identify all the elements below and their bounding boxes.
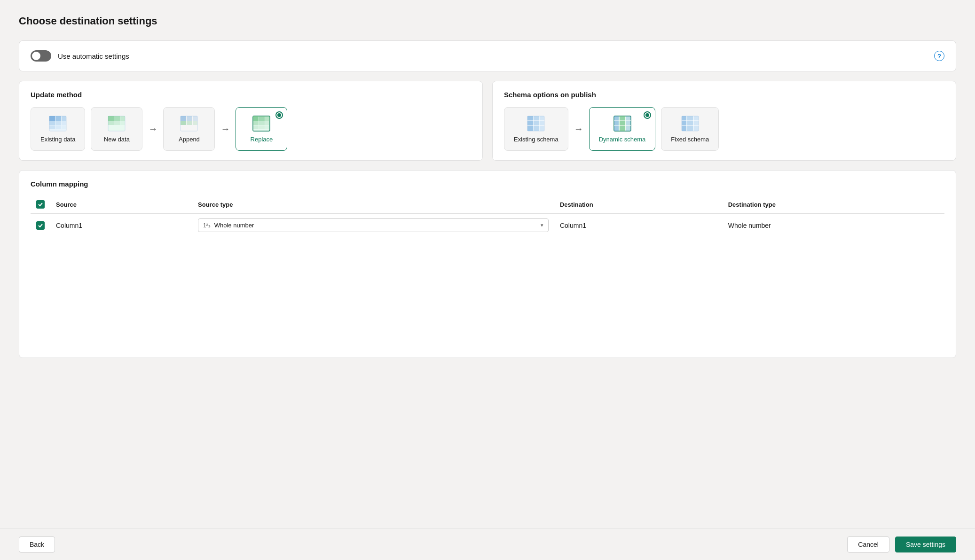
update-method-options: Existing data New data → (31, 107, 471, 151)
svg-rect-20 (193, 116, 197, 121)
schema-existing[interactable]: Existing schema (504, 107, 568, 151)
svg-rect-16 (120, 121, 125, 125)
dynamic-schema-radio (644, 111, 651, 119)
source-header: Source (50, 196, 192, 214)
source-type-cell: 1²₃ Whole number ▾ (192, 214, 554, 237)
method-new-data[interactable]: New data (91, 107, 142, 151)
destination-header: Destination (554, 196, 723, 214)
column-mapping-title: Column mapping (31, 180, 944, 188)
svg-rect-2 (55, 116, 61, 121)
chevron-down-icon: ▾ (541, 222, 543, 228)
svg-rect-4 (49, 121, 55, 125)
options-row: Update method (19, 81, 956, 170)
svg-rect-19 (187, 116, 192, 121)
existing-schema-label: Existing schema (514, 136, 558, 143)
svg-rect-42 (620, 116, 625, 131)
dynamic-schema-label: Dynamic schema (599, 136, 646, 143)
source-type-value: Whole number (214, 222, 254, 229)
append-icon (180, 115, 198, 132)
back-button[interactable]: Back (19, 537, 55, 552)
svg-rect-31 (253, 125, 259, 129)
svg-rect-12 (114, 116, 120, 121)
svg-rect-15 (114, 121, 120, 125)
check-icon (38, 202, 43, 207)
cancel-button[interactable]: Cancel (847, 537, 889, 552)
new-data-icon (107, 115, 126, 132)
svg-rect-27 (265, 116, 270, 121)
save-settings-button[interactable]: Save settings (895, 537, 956, 552)
schema-options-card: Schema options on publish Existing schem… (492, 81, 956, 161)
replace-radio (275, 111, 283, 119)
existing-schema-icon (527, 115, 545, 132)
method-existing-data[interactable]: Existing data (31, 107, 85, 151)
page-title: Choose destination settings (19, 15, 956, 27)
svg-rect-14 (108, 121, 114, 125)
toggle-card: Use automatic settings ? (19, 40, 956, 71)
svg-rect-30 (265, 121, 270, 125)
dynamic-schema-icon (613, 115, 632, 132)
header-checkbox-cell (31, 196, 50, 214)
svg-rect-3 (62, 116, 66, 121)
svg-rect-49 (694, 116, 699, 131)
svg-rect-13 (120, 116, 125, 121)
svg-rect-41 (614, 116, 619, 131)
svg-rect-36 (534, 116, 539, 131)
svg-rect-26 (259, 116, 265, 121)
svg-rect-21 (181, 121, 186, 125)
toggle-row: Use automatic settings (31, 50, 129, 62)
destination-type-header: Destination type (723, 196, 944, 214)
svg-rect-35 (527, 116, 533, 131)
column-mapping-card: Column mapping Source Source type Destin… (19, 170, 956, 358)
svg-rect-47 (682, 116, 686, 131)
help-icon[interactable]: ? (934, 51, 944, 61)
svg-rect-7 (49, 125, 55, 129)
svg-rect-18 (181, 116, 186, 121)
replace-icon (252, 115, 271, 132)
fixed-schema-icon (681, 115, 700, 132)
footer: Back Cancel Save settings (0, 529, 975, 560)
row-checkbox[interactable] (36, 221, 45, 230)
svg-rect-48 (687, 116, 693, 131)
automatic-settings-toggle[interactable] (31, 50, 51, 62)
row-checkbox-cell (31, 214, 50, 237)
destination-type-cell: Whole number (723, 214, 944, 237)
existing-data-label: Existing data (40, 136, 75, 143)
append-label: Append (179, 136, 200, 143)
toggle-label: Use automatic settings (58, 52, 129, 60)
replace-label: Replace (251, 136, 273, 143)
schema-options-title: Schema options on publish (504, 91, 944, 99)
update-method-title: Update method (31, 91, 471, 99)
update-method-card: Update method (19, 81, 483, 161)
table-header-row: Source Source type Destination Destinati… (31, 196, 944, 214)
svg-rect-33 (265, 125, 270, 129)
column-mapping-table: Source Source type Destination Destinati… (31, 196, 944, 237)
svg-rect-28 (253, 121, 259, 125)
schema-fixed[interactable]: Fixed schema (661, 107, 719, 151)
schema-options-options: Existing schema → Dynamic schema (504, 107, 944, 151)
svg-rect-32 (259, 125, 265, 129)
source-type-header: Source type (192, 196, 554, 214)
method-replace[interactable]: Replace (236, 107, 287, 151)
header-checkbox[interactable] (36, 200, 45, 209)
svg-rect-23 (193, 121, 197, 125)
svg-rect-11 (108, 116, 114, 121)
svg-rect-1 (49, 116, 55, 121)
svg-rect-29 (259, 121, 265, 125)
new-data-label: New data (104, 136, 130, 143)
source-type-select[interactable]: 1²₃ Whole number ▾ (198, 218, 549, 232)
footer-right: Cancel Save settings (847, 537, 956, 552)
svg-rect-8 (55, 125, 61, 129)
schema-arrow: → (574, 124, 583, 134)
svg-rect-37 (540, 116, 544, 131)
arrow-1: → (148, 124, 157, 134)
fixed-schema-label: Fixed schema (671, 136, 709, 143)
arrow-2: → (220, 124, 230, 134)
source-type-icon: 1²₃ (203, 222, 211, 229)
method-append[interactable]: Append (163, 107, 215, 151)
table-row: Column1 1²₃ Whole number ▾ Column1 Whole… (31, 214, 944, 237)
schema-dynamic[interactable]: Dynamic schema (589, 107, 656, 151)
svg-rect-43 (626, 116, 631, 131)
svg-rect-6 (62, 121, 66, 125)
source-cell: Column1 (50, 214, 192, 237)
row-check-icon (38, 223, 43, 228)
